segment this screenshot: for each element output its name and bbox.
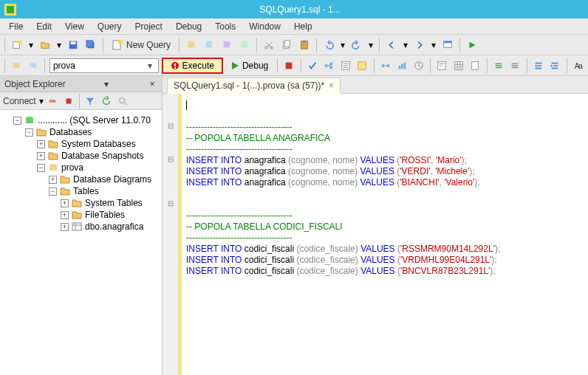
close-tab-icon[interactable]: × [329,80,334,91]
dropdown-arrow-icon[interactable]: ▾ [55,40,63,50]
cut-icon[interactable] [261,38,276,52]
query-options-icon[interactable] [339,58,353,73]
indent-icon[interactable] [532,58,546,73]
menu-tools[interactable]: Tools [209,20,242,33]
svg-rect-23 [302,40,306,42]
outdent-icon[interactable] [548,58,562,73]
tree-system-databases[interactable]: +System Databases [37,138,160,150]
results-text-icon[interactable] [435,58,449,73]
menu-window[interactable]: Window [243,20,287,33]
object-explorer-tree[interactable]: −............ (SQL Server 11.0.70 −Datab… [0,110,162,375]
connect-button[interactable]: Connect [3,96,38,106]
fold-icon[interactable]: ⊟ [163,155,178,166]
execute-button[interactable]: Execute [162,58,223,74]
uncomment-icon[interactable] [508,58,522,73]
fold-icon[interactable]: ⊟ [163,122,178,133]
tree-server[interactable]: −............ (SQL Server 11.0.70 [13,114,160,126]
dropdown-arrow-icon[interactable]: ▾ [430,40,437,50]
save-icon[interactable] [66,38,81,52]
cancel-query-icon[interactable] [282,58,296,73]
save-all-icon[interactable] [83,38,98,52]
change-connection-icon[interactable] [10,58,24,73]
search-icon[interactable] [115,94,130,109]
expand-icon[interactable]: + [61,199,69,207]
results-file-icon[interactable] [468,58,482,73]
new-project-icon[interactable] [10,38,24,52]
tree-db-diagrams[interactable]: +Database Diagrams [49,173,160,185]
play-icon[interactable] [465,38,479,52]
available-db-icon[interactable] [26,58,40,73]
dropdown-arrow-icon[interactable]: ▾ [402,40,409,50]
debug-play-icon [230,61,239,70]
pin-icon[interactable]: ▾ [101,79,112,89]
filter-icon[interactable] [83,94,98,109]
comment-icon[interactable] [492,58,506,73]
parse-icon[interactable] [306,58,320,73]
database-combo[interactable]: prova ▾ [49,58,159,73]
expand-icon[interactable]: + [37,152,45,160]
chevron-down-icon[interactable]: ▾ [39,96,44,106]
sql-editor[interactable]: ⊟ ⊟ ⊟ ----------------------------------… [163,94,588,375]
tree-file-tables[interactable]: +FileTables [61,209,160,221]
nav-fwd-icon[interactable] [412,38,427,52]
copy-icon[interactable] [279,38,294,52]
editor-code[interactable]: ------------------------------------ -- … [182,94,588,375]
db-icon-4[interactable] [237,38,252,52]
include-stats-icon[interactable] [395,58,409,73]
open-icon[interactable] [38,38,52,52]
collapse-icon[interactable]: − [13,117,21,125]
menu-edit[interactable]: Edit [30,20,58,33]
menu-debug[interactable]: Debug [170,20,208,33]
redo-icon[interactable] [349,38,364,52]
menu-project[interactable]: Project [129,20,168,33]
menu-view[interactable]: View [59,20,90,33]
results-grid-icon[interactable] [452,58,466,73]
include-client-stats-icon[interactable] [412,58,426,73]
editor-tab[interactable]: SQLQuery1.sql - 1(...).prova (sa (57))* … [167,78,341,94]
tree-snapshots[interactable]: +Database Snapshots [37,150,160,162]
tree-tables[interactable]: −Tables [49,185,160,197]
collapse-icon[interactable]: − [37,164,45,172]
debug-button[interactable]: Debug [226,61,273,71]
specify-values-icon[interactable]: Aa [571,58,585,73]
new-query-button[interactable]: New Query [108,38,174,52]
svg-rect-57 [72,223,81,230]
estimated-plan-icon[interactable] [322,58,336,73]
dropdown-arrow-icon[interactable]: ▾ [339,40,346,50]
db-icon[interactable] [184,38,199,52]
close-icon[interactable]: × [147,79,157,89]
stop-icon[interactable] [61,94,76,109]
expand-icon[interactable]: + [61,211,69,219]
collapse-icon[interactable]: − [25,128,33,137]
intellisense-icon[interactable] [355,58,369,73]
db-icon-3[interactable] [219,38,234,52]
expand-icon[interactable]: + [61,223,69,231]
refresh-icon[interactable] [99,94,114,109]
paste-icon[interactable] [297,38,312,52]
tree-system-tables[interactable]: +System Tables [61,197,160,209]
undo-icon[interactable] [321,38,336,52]
nav-back-icon[interactable] [384,38,399,52]
database-combo-value: prova [53,61,145,71]
tree-db-prova[interactable]: −prova [37,162,160,173]
collapse-icon[interactable]: − [49,188,57,196]
separator [301,58,301,73]
expand-icon[interactable]: + [37,140,45,148]
window-icon[interactable] [440,38,455,52]
expand-icon[interactable]: + [49,176,57,184]
editor-tab-label: SQLQuery1.sql - 1(...).prova (sa (57))* [174,80,324,91]
tree-databases[interactable]: −Databases [25,126,160,138]
db-icon-2[interactable] [202,38,216,52]
fold-icon[interactable]: ⊟ [163,199,178,210]
include-plan-icon[interactable] [379,58,393,73]
tree-table-dbo-anagrafica[interactable]: +dbo.anagrafica [61,221,160,233]
menu-file[interactable]: File [3,20,29,33]
menu-help[interactable]: Help [288,20,318,33]
menu-bar: File Edit View Query Project Debug Tools… [0,18,588,35]
object-explorer-panel: Object Explorer ▾ × Connect ▾ −.........… [0,76,163,375]
dropdown-arrow-icon[interactable]: ▾ [367,40,375,50]
dropdown-arrow-icon[interactable]: ▾ [27,40,35,50]
menu-query[interactable]: Query [92,20,128,33]
svg-rect-13 [206,42,213,47]
disconnect-icon[interactable] [45,94,60,109]
